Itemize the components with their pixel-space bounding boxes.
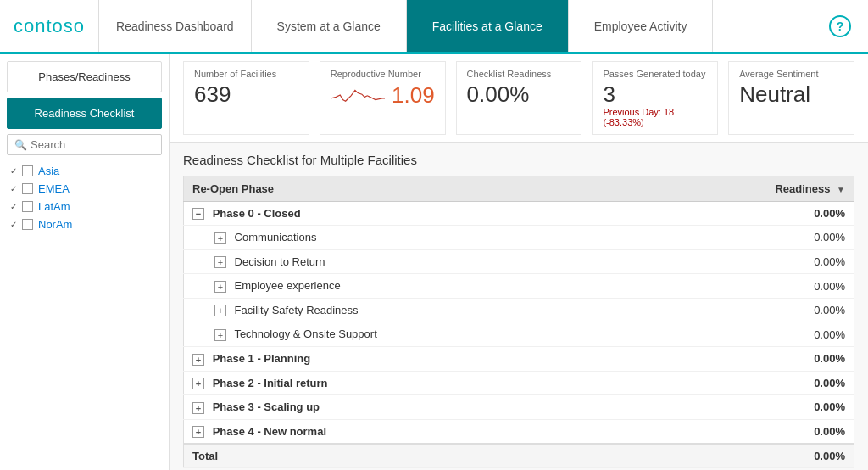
- checkbox-asia[interactable]: [22, 165, 33, 176]
- sidebar: Phases/Readiness Readiness Checklist 🔍 ✓…: [0, 54, 170, 470]
- readiness-checklist-button[interactable]: Readiness Checklist: [7, 98, 162, 129]
- tree-label-latam: LatAm: [38, 200, 70, 213]
- logo-area: contoso: [0, 0, 99, 52]
- table-row[interactable]: − Phase 0 - Closed 0.00%: [184, 201, 854, 226]
- kpi-checklist-value: 0.00%: [467, 82, 571, 107]
- total-row: Total 0.00%: [184, 444, 854, 468]
- tree-label-asia: Asia: [38, 165, 59, 177]
- chevron-icon: ✓: [10, 184, 19, 193]
- chevron-icon: ✓: [10, 220, 19, 229]
- table-row: + Decision to Return 0.00%: [184, 249, 854, 274]
- expand-icon[interactable]: −: [192, 208, 204, 220]
- expand-icon[interactable]: +: [192, 354, 204, 366]
- kpi-passes-label: Passes Generated today: [603, 69, 707, 79]
- kpi-reproductive: Reproductive Number 1.09: [320, 61, 446, 135]
- tree-label-noram: NorAm: [38, 218, 72, 231]
- tree-item-emea[interactable]: ✓ EMEA: [7, 180, 162, 198]
- kpi-passes: Passes Generated today 3 Previous Day: 1…: [592, 61, 718, 135]
- kpi-facilities: Number of Facilities 639: [183, 61, 309, 135]
- table-row[interactable]: + Phase 1 - Planning 0.00%: [184, 346, 854, 371]
- checkbox-noram[interactable]: [22, 219, 33, 230]
- expand-icon[interactable]: +: [214, 329, 226, 341]
- kpi-sentiment-value: Neutral: [739, 82, 843, 107]
- table-section: Readiness Checklist for Multiple Facilit…: [170, 143, 868, 470]
- header: contoso Readiness Dashboard System at a …: [0, 0, 868, 54]
- nav-tabs: System at a Glance Facilities at a Glanc…: [252, 0, 812, 52]
- region-tree: ✓ Asia ✓ EMEA ✓ LatAm ✓ NorAm: [7, 162, 162, 233]
- tab-facilities[interactable]: Facilities at a Glance: [407, 0, 569, 52]
- expand-icon[interactable]: +: [192, 402, 204, 414]
- kpi-passes-sub: Previous Day: 18 (-83.33%): [603, 107, 707, 127]
- kpi-checklist-label: Checklist Readiness: [467, 69, 571, 79]
- kpi-row: Number of Facilities 639 Reproductive Nu…: [170, 54, 868, 143]
- expand-icon[interactable]: +: [214, 281, 226, 293]
- table-row[interactable]: + Phase 4 - New normal 0.00%: [184, 419, 854, 444]
- expand-icon[interactable]: +: [214, 232, 226, 244]
- kpi-passes-value: 3: [603, 82, 707, 107]
- kpi-facilities-label: Number of Facilities: [194, 69, 298, 79]
- logo-text: contoso: [14, 15, 85, 37]
- expand-icon[interactable]: +: [192, 426, 204, 438]
- table-row: + Technology & Onsite Support 0.00%: [184, 322, 854, 347]
- table-row: + Facility Safety Readiness 0.00%: [184, 298, 854, 322]
- kpi-sentiment: Average Sentiment Neutral: [728, 61, 854, 135]
- main-area: Phases/Readiness Readiness Checklist 🔍 ✓…: [0, 54, 868, 470]
- expand-icon[interactable]: +: [214, 256, 226, 268]
- reproductive-sparkline: [331, 82, 385, 108]
- expand-icon[interactable]: +: [214, 305, 226, 316]
- table-title: Readiness Checklist for Multiple Facilit…: [183, 153, 854, 167]
- table-row: + Communications 0.00%: [184, 226, 854, 250]
- col-readiness-header[interactable]: Readiness ▼: [753, 176, 854, 201]
- expand-icon[interactable]: +: [192, 378, 204, 389]
- kpi-reproductive-value: 1.09: [392, 83, 435, 108]
- kpi-reproductive-label: Reproductive Number: [331, 69, 435, 79]
- kpi-checklist: Checklist Readiness 0.00%: [456, 61, 582, 135]
- sort-arrow-icon: ▼: [837, 185, 845, 194]
- search-input[interactable]: [31, 138, 154, 151]
- tree-label-emea: EMEA: [38, 182, 70, 195]
- tab-employee[interactable]: Employee Activity: [569, 0, 714, 52]
- tree-item-latam[interactable]: ✓ LatAm: [7, 198, 162, 215]
- dashboard-title: Readiness Dashboard: [99, 0, 252, 52]
- tab-system[interactable]: System at a Glance: [252, 0, 407, 52]
- checkbox-emea[interactable]: [22, 183, 33, 194]
- checklist-table: Re-Open Phase Readiness ▼ − Phase 0 - Cl…: [183, 176, 854, 469]
- table-row: + Employee experience 0.00%: [184, 274, 854, 299]
- chevron-icon: ✓: [10, 202, 19, 211]
- kpi-facilities-value: 639: [194, 82, 298, 107]
- search-box: 🔍: [7, 134, 162, 155]
- tree-item-asia[interactable]: ✓ Asia: [7, 162, 162, 180]
- search-icon: 🔍: [14, 139, 27, 151]
- col-phase-header[interactable]: Re-Open Phase: [184, 176, 753, 201]
- content-area: Number of Facilities 639 Reproductive Nu…: [170, 54, 868, 470]
- kpi-sentiment-label: Average Sentiment: [739, 69, 843, 79]
- phases-readiness-button[interactable]: Phases/Readiness: [7, 61, 162, 92]
- help-button[interactable]: ?: [812, 0, 868, 52]
- checkbox-latam[interactable]: [22, 201, 33, 212]
- tree-item-noram[interactable]: ✓ NorAm: [7, 215, 162, 233]
- table-row[interactable]: + Phase 3 - Scaling up 0.00%: [184, 395, 854, 420]
- chevron-icon: ✓: [10, 166, 19, 176]
- help-icon: ?: [829, 15, 851, 37]
- table-row[interactable]: + Phase 2 - Initial return 0.00%: [184, 371, 854, 395]
